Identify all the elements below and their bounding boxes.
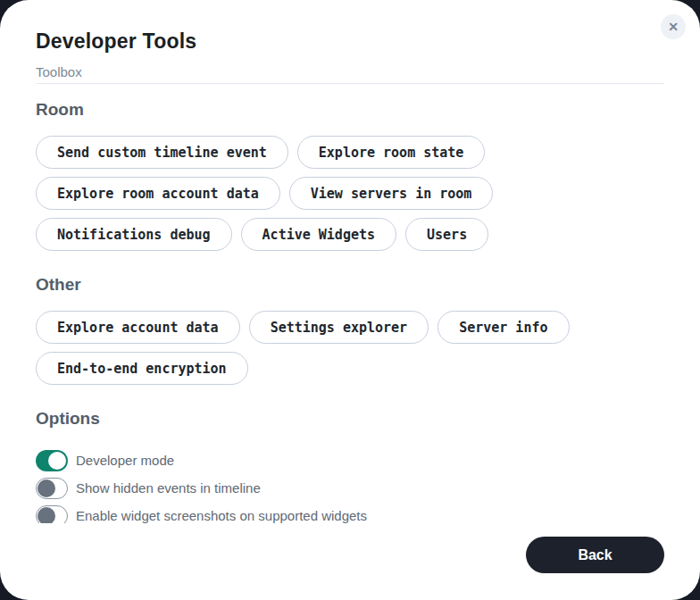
close-icon: ✕ [668, 21, 679, 33]
developer-mode-toggle[interactable] [36, 450, 68, 471]
toggle-row-widget-screenshots: Enable widget screenshots on supported w… [36, 505, 664, 523]
close-button[interactable]: ✕ [661, 14, 686, 39]
toggle-label: Developer mode [76, 452, 174, 470]
toggle-knob [38, 507, 55, 523]
explore-room-account-data-button[interactable]: Explore room account data [36, 177, 280, 210]
toggle-knob [38, 479, 55, 497]
notifications-debug-button[interactable]: Notifications debug [36, 218, 232, 251]
end-to-end-encryption-button[interactable]: End-to-end encryption [36, 352, 248, 385]
toggle-knob [48, 452, 66, 470]
dialog-footer: Back [0, 523, 700, 600]
toggle-label: Enable widget screenshots on supported w… [76, 507, 367, 523]
dialog-content: Developer Tools Toolbox Room Send custom… [0, 0, 700, 523]
back-button[interactable]: Back [526, 537, 664, 573]
page-title: Developer Tools [36, 29, 664, 54]
toggle-row-show-hidden-events: Show hidden events in timeline [36, 478, 664, 499]
room-buttons: Send custom timeline event Explore room … [36, 136, 664, 251]
users-button[interactable]: Users [405, 218, 488, 251]
show-hidden-events-toggle[interactable] [36, 478, 68, 499]
toggle-label: Show hidden events in timeline [76, 479, 261, 497]
overlay-backdrop: ✕ Developer Tools Toolbox Room Send cust… [0, 0, 700, 600]
other-buttons: Explore account data Settings explorer S… [36, 311, 664, 385]
widget-screenshots-toggle[interactable] [36, 505, 68, 523]
divider [36, 83, 664, 84]
explore-account-data-button[interactable]: Explore account data [36, 311, 240, 344]
section-heading-options: Options [36, 408, 664, 429]
send-custom-timeline-event-button[interactable]: Send custom timeline event [36, 136, 288, 169]
view-servers-in-room-button[interactable]: View servers in room [289, 177, 494, 210]
options-toggles: Developer mode Show hidden events in tim… [36, 450, 664, 523]
settings-explorer-button[interactable]: Settings explorer [249, 311, 429, 344]
active-widgets-button[interactable]: Active Widgets [241, 218, 396, 251]
toggle-row-developer-mode: Developer mode [36, 450, 664, 471]
explore-room-state-button[interactable]: Explore room state [297, 136, 486, 169]
dialog-subtitle: Toolbox [36, 64, 664, 80]
developer-tools-dialog: ✕ Developer Tools Toolbox Room Send cust… [0, 0, 700, 600]
server-info-button[interactable]: Server info [438, 311, 569, 344]
section-heading-room: Room [36, 99, 664, 121]
section-heading-other: Other [36, 274, 664, 296]
